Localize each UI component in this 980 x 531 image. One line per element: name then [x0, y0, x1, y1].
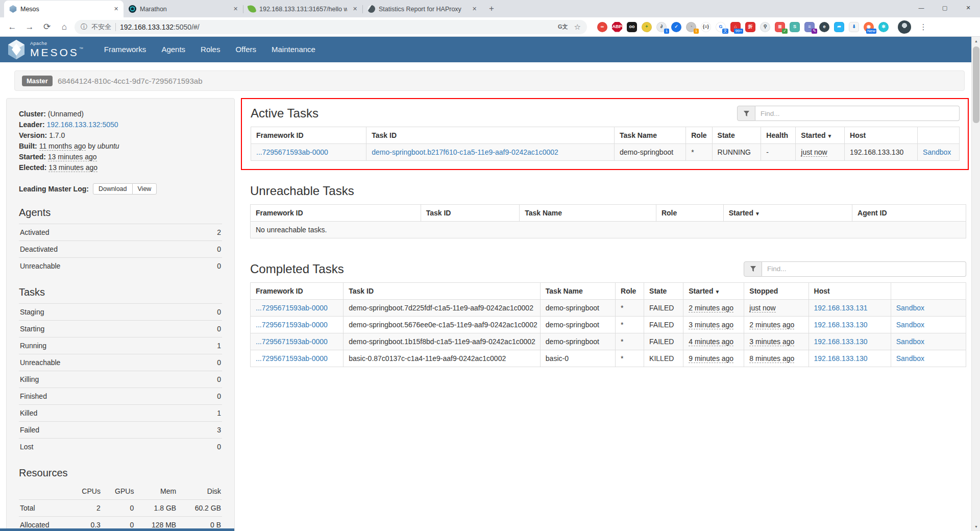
task-id: demo-springboot.1b15f8bd-c1a5-11e9-aaf9-…: [349, 337, 535, 346]
notify-99-icon[interactable]: ⌂99+: [730, 22, 741, 32]
stat-running: Running1: [19, 337, 222, 354]
teal-s-icon[interactable]: S: [790, 22, 800, 32]
nav-maintenance[interactable]: Maintenance: [264, 37, 323, 62]
person-search-icon[interactable]: ⚲: [760, 22, 770, 32]
tab-marathon[interactable]: Marathon ✕: [124, 1, 243, 17]
adblock-infinity-icon[interactable]: ∞: [597, 22, 607, 32]
task-id: demo-springboot.5676ee0e-c1a5-11e9-aaf9-…: [349, 321, 537, 329]
task-started: 4 minutes ago: [689, 337, 733, 346]
todo-check-icon[interactable]: ✓: [671, 22, 681, 32]
profile-avatar[interactable]: [898, 20, 911, 34]
tab-springboot-hello[interactable]: 192.168.133.131:31657/hello w ✕: [243, 1, 362, 17]
code-braces-icon[interactable]: {≡}: [701, 22, 711, 32]
active-tasks-title: Active Tasks: [251, 106, 318, 120]
framework-id-link[interactable]: ...7295671593ab-0000: [256, 337, 328, 346]
scroll-up-icon[interactable]: ▲: [972, 37, 980, 45]
translate-icon[interactable]: G文: [558, 23, 568, 31]
nav-offers[interactable]: Offers: [228, 37, 264, 62]
framework-id-link[interactable]: ...7295671593ab-0000: [256, 321, 328, 329]
tab-close-icon[interactable]: ✕: [351, 5, 359, 13]
leader-link[interactable]: 192.168.133.132:5050: [46, 120, 118, 129]
host-link[interactable]: 192.168.133.131: [814, 304, 868, 312]
tab-title: Statistics Report for HAProxy: [379, 6, 467, 13]
framework-id-link[interactable]: ...7295671593ab-0000: [256, 354, 328, 363]
page-info-icon[interactable]: ⓘ: [81, 22, 87, 32]
red-notes-icon[interactable]: ≣✓: [775, 22, 785, 32]
sandbox-link[interactable]: Sandbox: [923, 148, 951, 156]
download-log-button[interactable]: Download: [93, 183, 133, 195]
dark-glasses-icon[interactable]: oo: [627, 22, 637, 32]
task-host: 192.168.133.130: [850, 148, 903, 156]
built-line: Built: 11 months ago by ubuntu: [19, 141, 222, 152]
share-tab-icon[interactable]: ➦: [834, 22, 844, 32]
nav-agents[interactable]: Agents: [154, 37, 193, 62]
e-circle-icon[interactable]: e: [819, 22, 829, 32]
sidebar: Cluster: (Unnamed) Leader: 192.168.133.1…: [6, 98, 235, 531]
mesos-logo[interactable]: Apache MESOS™: [7, 39, 83, 60]
maximize-icon[interactable]: ▢: [933, 0, 957, 15]
tab-close-icon[interactable]: ✕: [231, 5, 240, 13]
host-link[interactable]: 192.168.133.130: [814, 337, 868, 346]
reload-icon[interactable]: ⟳: [40, 20, 54, 34]
translate-ext-icon[interactable]: G文: [716, 22, 726, 32]
active-tasks-find-input[interactable]: [755, 106, 960, 121]
task-state: KILLED: [649, 354, 674, 363]
teal-knot-icon[interactable]: ✻: [878, 22, 889, 32]
sandbox-link[interactable]: Sandbox: [896, 321, 924, 329]
task-state: FAILED: [649, 321, 674, 329]
scrollbar-thumb[interactable]: [973, 46, 979, 123]
tab-close-icon[interactable]: ✕: [470, 5, 479, 13]
camera-new-icon[interactable]: ◉New: [864, 22, 874, 32]
agents-heading: Agents: [19, 207, 222, 219]
task-role: *: [621, 354, 623, 363]
purple-doc-icon[interactable]: ≡✎: [804, 22, 815, 32]
view-log-button[interactable]: View: [132, 183, 157, 195]
close-icon[interactable]: ✕: [957, 0, 980, 15]
adblock-plus-icon[interactable]: ABP: [612, 22, 622, 32]
forward-icon[interactable]: →: [22, 20, 37, 34]
minimize-icon[interactable]: —: [910, 0, 933, 15]
brand-trademark: ™: [79, 46, 83, 51]
task-started: 9 minutes ago: [689, 354, 733, 363]
task-started: just now: [801, 148, 827, 157]
framework-id-link[interactable]: ...7295671593ab-0000: [256, 148, 328, 156]
address-bar[interactable]: ⓘ 不安全 192.168.133.132:5050/#/ G文 ☆: [75, 20, 587, 34]
host-link[interactable]: 192.168.133.130: [814, 354, 868, 363]
task-id-link[interactable]: demo-springboot.b217f610-c1a5-11e9-aaf9-…: [372, 148, 558, 156]
tab-haproxy-stats[interactable]: Statistics Report for HAProxy ✕: [362, 1, 482, 17]
task-stopped: 2 minutes ago: [749, 321, 794, 329]
new-tab-button[interactable]: +: [485, 2, 498, 15]
browser-menu-icon[interactable]: ⋮: [917, 22, 929, 32]
completed-tasks-find-input[interactable]: [762, 261, 966, 277]
framework-id-link[interactable]: ...7295671593ab-0000: [256, 304, 328, 312]
nav-frameworks[interactable]: Frameworks: [96, 37, 154, 62]
completed-tasks-table: Framework ID Task ID Task Name Role Stat…: [250, 282, 966, 367]
github-notifier-icon[interactable]: ∂1: [656, 22, 667, 32]
browser-window: Mesos ✕ Marathon ✕ 192.168.133.131:31657…: [0, 0, 980, 37]
bookmark-star-icon[interactable]: ☆: [574, 22, 581, 32]
stat-staging: Staging0: [19, 303, 222, 320]
tab-close-icon[interactable]: ✕: [112, 5, 120, 13]
task-state: FAILED: [649, 304, 674, 312]
host-link[interactable]: 192.168.133.130: [814, 321, 868, 329]
green-coin-icon[interactable]: +: [642, 22, 652, 32]
task-role: *: [691, 148, 694, 156]
nav-roles[interactable]: Roles: [193, 37, 228, 62]
task-name: demo-springboot: [546, 337, 599, 346]
task-role: *: [621, 337, 623, 346]
completed-task-row: ...7295671593ab-0000 demo-springboot.1b1…: [251, 333, 966, 350]
stat-starting: Starting0: [19, 320, 222, 337]
chrome-download-icon[interactable]: ⬇: [849, 22, 859, 32]
elected-line: Elected: 13 minutes ago: [19, 162, 222, 173]
sandbox-link[interactable]: Sandbox: [896, 354, 924, 363]
sort-desc-icon: ▼: [715, 289, 720, 295]
home-icon[interactable]: ⌂: [57, 20, 71, 34]
scroll-down-icon[interactable]: ▼: [972, 522, 980, 531]
sandbox-link[interactable]: Sandbox: [896, 337, 924, 346]
back-icon[interactable]: ←: [5, 20, 19, 34]
coupon-zhe-icon[interactable]: 折: [745, 22, 755, 32]
tab-strip: Mesos ✕ Marathon ✕ 192.168.133.131:31657…: [0, 0, 980, 17]
loop-timer-icon[interactable]: ◔1: [686, 22, 696, 32]
sandbox-link[interactable]: Sandbox: [896, 304, 924, 312]
tab-mesos[interactable]: Mesos ✕: [4, 1, 124, 17]
